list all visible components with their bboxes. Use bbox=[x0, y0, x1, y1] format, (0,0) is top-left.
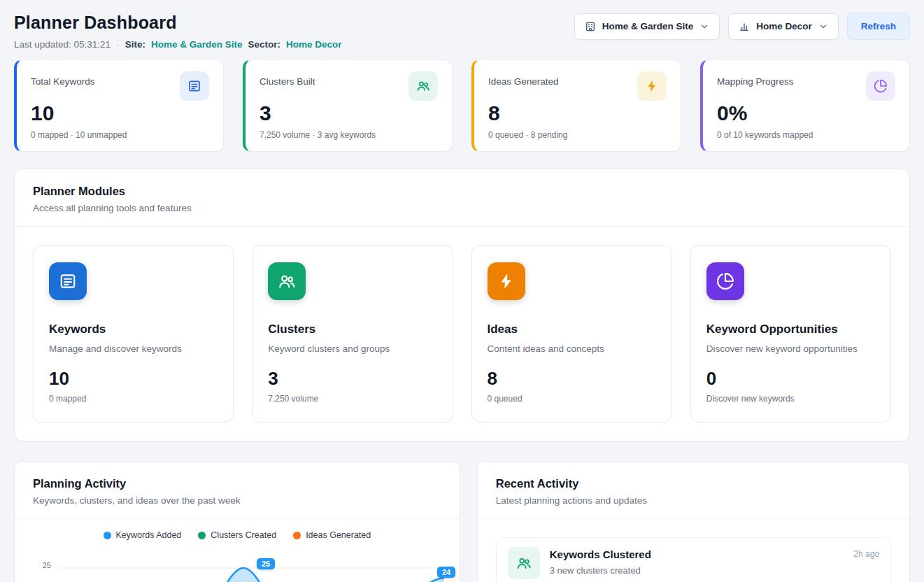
last-updated-text: Last updated: 05:31:21 bbox=[14, 39, 111, 50]
stat-subtext: 0 mapped · 10 unmapped bbox=[31, 130, 209, 140]
stat-value: 8 bbox=[488, 101, 667, 125]
stat-value: 3 bbox=[260, 101, 438, 125]
stat-top: Mapping Progress bbox=[717, 71, 895, 101]
panel-head: Recent Activity Latest planning actions … bbox=[478, 462, 909, 519]
planning-activity-subtitle: Keywords, clusters, and ideas over the p… bbox=[33, 495, 441, 506]
module-title: Keyword Opportunities bbox=[706, 322, 875, 336]
site-selector-dropdown[interactable]: Home & Garden Site bbox=[574, 13, 720, 40]
recent-activity-subtitle: Latest planning actions and updates bbox=[496, 495, 891, 506]
chevron-down-icon bbox=[699, 22, 709, 31]
modules-grid: Keywords Manage and discover keywords 10… bbox=[15, 227, 909, 441]
planning-activity-title: Planning Activity bbox=[33, 477, 441, 490]
chart-body: Keywords Added Clusters Created Ideas Ge… bbox=[15, 519, 460, 582]
chevron-down-icon bbox=[818, 22, 828, 31]
stat-top: Ideas Generated bbox=[488, 71, 667, 101]
bolt-icon bbox=[488, 262, 525, 300]
stat-top: Clusters Built bbox=[260, 71, 438, 101]
pie-chart-icon bbox=[706, 262, 744, 300]
module-title: Keywords bbox=[49, 322, 218, 336]
stat-label: Ideas Generated bbox=[488, 71, 559, 87]
module-card-clusters[interactable]: Clusters Keyword clusters and groups 3 7… bbox=[252, 245, 453, 423]
bottom-row: Planning Activity Keywords, clusters, an… bbox=[14, 461, 910, 582]
sector-link[interactable]: Home Decor bbox=[286, 39, 342, 50]
module-subtext: Discover new keywords bbox=[706, 394, 875, 404]
users-icon bbox=[508, 547, 540, 579]
module-card-keywords[interactable]: Keywords Manage and discover keywords 10… bbox=[33, 245, 234, 423]
stat-value: 10 bbox=[31, 101, 209, 125]
users-icon bbox=[408, 71, 438, 101]
line-chart: 25 25 24 bbox=[33, 557, 441, 582]
page-header: Planner Dashboard Last updated: 05:31:21… bbox=[14, 13, 910, 50]
module-description: Content ideas and concepts bbox=[488, 343, 656, 354]
pie-chart-icon bbox=[866, 71, 895, 101]
building-icon bbox=[585, 21, 596, 32]
recent-activity-title: Recent Activity bbox=[496, 477, 891, 490]
chart-plot-area bbox=[58, 557, 444, 582]
activity-item-description: 3 new clusters created bbox=[550, 565, 844, 576]
planner-dashboard-page: Planner Dashboard Last updated: 05:31:21… bbox=[0, 0, 924, 582]
stat-label: Total Keywords bbox=[31, 71, 95, 87]
stat-card-total-keywords: Total Keywords 10 0 mapped · 10 unmapped bbox=[14, 59, 224, 152]
module-card-keyword-opportunities[interactable]: Keyword Opportunities Discover new keywo… bbox=[690, 245, 891, 423]
y-axis-tick: 25 bbox=[33, 561, 51, 569]
stat-value: 0% bbox=[717, 101, 895, 125]
data-point-label: 24 bbox=[437, 567, 455, 578]
stat-subtext: 7,250 volume · 3 avg keywords bbox=[260, 130, 438, 140]
activity-item-text: Keywords Clustered 3 new clusters create… bbox=[550, 547, 844, 576]
recent-activity-panel: Recent Activity Latest planning actions … bbox=[477, 461, 910, 582]
module-title: Clusters bbox=[268, 322, 436, 336]
module-value: 0 bbox=[706, 368, 875, 390]
activity-item-keywords-clustered: Keywords Clustered 3 new clusters create… bbox=[496, 537, 891, 582]
stat-subtext: 0 queued · 8 pending bbox=[488, 130, 667, 140]
chart-legend: Keywords Added Clusters Created Ideas Ge… bbox=[33, 530, 441, 540]
site-label: Site: bbox=[125, 39, 145, 50]
legend-label: Clusters Created bbox=[211, 530, 276, 540]
panel-head: Planner Modules Access all planning tool… bbox=[15, 169, 909, 227]
stat-subtext: 0 of 10 keywords mapped bbox=[717, 130, 895, 140]
site-link[interactable]: Home & Garden Site bbox=[151, 39, 243, 50]
panel-head: Planning Activity Keywords, clusters, an… bbox=[15, 462, 460, 519]
refresh-button[interactable]: Refresh bbox=[847, 13, 910, 40]
module-value: 3 bbox=[268, 368, 436, 390]
header-controls: Home & Garden Site Home Decor Refresh bbox=[574, 13, 910, 40]
module-subtext: 0 mapped bbox=[49, 394, 218, 404]
activity-item-timestamp: 2h ago bbox=[853, 547, 879, 559]
header-left: Planner Dashboard Last updated: 05:31:21… bbox=[14, 13, 341, 50]
modules-panel-title: Planner Modules bbox=[33, 185, 891, 198]
header-meta-row: Last updated: 05:31:21 · Site: Home & Ga… bbox=[14, 39, 341, 50]
legend-item-keywords-added: Keywords Added bbox=[104, 530, 182, 540]
module-value: 8 bbox=[488, 368, 656, 390]
stat-card-clusters-built: Clusters Built 3 7,250 volume · 3 avg ke… bbox=[243, 59, 453, 152]
module-subtext: 7,250 volume bbox=[268, 394, 436, 404]
data-point-label: 25 bbox=[257, 558, 275, 569]
sector-selector-value: Home Decor bbox=[756, 21, 812, 31]
legend-item-ideas-generated: Ideas Generated bbox=[293, 530, 371, 540]
document-lines-icon bbox=[180, 71, 209, 101]
module-description: Discover new keyword opportunities bbox=[706, 343, 875, 354]
planner-modules-panel: Planner Modules Access all planning tool… bbox=[14, 169, 910, 441]
document-lines-icon bbox=[49, 262, 87, 300]
dot-separator: · bbox=[116, 39, 120, 50]
site-selector-value: Home & Garden Site bbox=[602, 21, 694, 31]
bolt-icon bbox=[637, 71, 667, 101]
planning-activity-panel: Planning Activity Keywords, clusters, an… bbox=[14, 461, 460, 582]
stat-card-mapping-progress: Mapping Progress 0% 0 of 10 keywords map… bbox=[700, 59, 910, 152]
legend-label: Ideas Generated bbox=[306, 530, 371, 540]
module-title: Ideas bbox=[488, 322, 656, 336]
stats-row: Total Keywords 10 0 mapped · 10 unmapped… bbox=[14, 59, 910, 152]
stat-card-ideas-generated: Ideas Generated 8 0 queued · 8 pending bbox=[471, 59, 681, 152]
activity-item-title: Keywords Clustered bbox=[550, 548, 844, 560]
sector-label: Sector: bbox=[248, 39, 280, 50]
legend-dot-blue bbox=[104, 532, 111, 539]
page-title: Planner Dashboard bbox=[14, 13, 341, 33]
module-card-ideas[interactable]: Ideas Content ideas and concepts 8 0 que… bbox=[471, 245, 672, 423]
module-description: Manage and discover keywords bbox=[49, 343, 218, 354]
stat-label: Clusters Built bbox=[260, 71, 315, 87]
stat-top: Total Keywords bbox=[31, 71, 209, 101]
sector-selector-dropdown[interactable]: Home Decor bbox=[728, 13, 839, 40]
legend-item-clusters-created: Clusters Created bbox=[198, 530, 276, 540]
modules-panel-subtitle: Access all planning tools and features bbox=[33, 203, 891, 213]
activity-list: Keywords Clustered 3 new clusters create… bbox=[478, 519, 909, 582]
legend-label: Keywords Added bbox=[116, 530, 182, 540]
module-subtext: 0 queued bbox=[488, 394, 656, 404]
